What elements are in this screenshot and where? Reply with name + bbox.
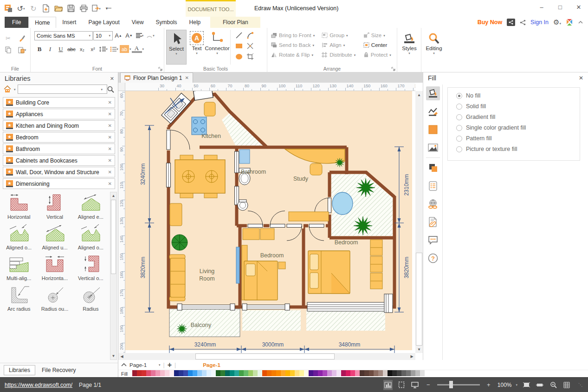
- color-swatch[interactable]: [415, 370, 420, 376]
- room-label-bedroom-1[interactable]: Bedroom: [260, 252, 284, 259]
- color-swatch[interactable]: [155, 370, 160, 376]
- document-tab-close-icon[interactable]: ✕: [185, 75, 188, 80]
- library-remove-icon[interactable]: ✕: [108, 123, 112, 128]
- settings-gear-icon[interactable]: ⚙▾: [553, 18, 561, 26]
- fill-option-gradient[interactable]: Gradient fill: [456, 114, 580, 120]
- document-tools-tab[interactable]: DOCUMENT TOO...: [186, 0, 236, 17]
- fill-tool-icon[interactable]: [426, 86, 440, 100]
- color-swatch[interactable]: [174, 370, 179, 376]
- fill-option-single-gradient[interactable]: Single color gradient fill: [456, 124, 580, 131]
- color-swatch[interactable]: [248, 370, 253, 376]
- color-swatch[interactable]: [323, 370, 327, 376]
- color-swatch[interactable]: [383, 370, 388, 376]
- arrange-dialog-launcher-icon[interactable]: [391, 67, 395, 71]
- tab-file[interactable]: File: [5, 17, 28, 28]
- library-item-bedroom[interactable]: ★Bedroom✕: [3, 132, 115, 143]
- search-icon[interactable]: [107, 86, 114, 93]
- study-bench[interactable]: [289, 212, 329, 221]
- color-swatch[interactable]: [197, 370, 202, 376]
- document-tab[interactable]: Floor Plan Design 1 ✕: [120, 72, 193, 83]
- radio-icon[interactable]: [456, 146, 462, 152]
- color-swatch[interactable]: [207, 370, 211, 376]
- line-tool-icon[interactable]: [235, 32, 243, 39]
- scroll-up-icon[interactable]: ▲: [110, 192, 116, 199]
- color-swatch[interactable]: [193, 370, 197, 376]
- font-name-select[interactable]: Comic Sans MS▾: [34, 31, 93, 40]
- editing-button[interactable]: Editing▾: [423, 31, 445, 55]
- color-swatch[interactable]: [146, 370, 151, 376]
- color-swatch[interactable]: [318, 370, 323, 376]
- color-swatch[interactable]: [132, 370, 137, 376]
- symbol-radius[interactable]: Radius: [73, 284, 109, 312]
- page-preview-icon[interactable]: [397, 380, 406, 390]
- symbol-vertical[interactable]: Vertical: [37, 192, 72, 220]
- zoom-in-button[interactable]: +: [484, 380, 493, 390]
- color-swatch[interactable]: [290, 370, 295, 376]
- library-scrollbar[interactable]: ▲ ▼: [110, 192, 117, 360]
- bathroom-sink[interactable]: [238, 200, 248, 210]
- color-swatch[interactable]: [234, 370, 239, 376]
- color-swatch[interactable]: [285, 370, 290, 376]
- library-remove-icon[interactable]: ✕: [108, 146, 112, 151]
- fit-to-window-icon[interactable]: [522, 380, 531, 390]
- tab-view[interactable]: View: [126, 17, 150, 28]
- fit-page-width-icon[interactable]: [535, 380, 544, 390]
- bold-button[interactable]: B: [34, 44, 45, 54]
- color-swatch[interactable]: [341, 370, 346, 376]
- color-swatch[interactable]: [179, 370, 183, 376]
- fill-option-solid[interactable]: Solid fill: [456, 103, 580, 110]
- symbol-aligned-2[interactable]: Aligned o...: [1, 222, 37, 250]
- room-label-bedroom-2[interactable]: Bedroom: [335, 239, 358, 246]
- color-swatch[interactable]: [304, 370, 309, 376]
- grid-toggle-icon[interactable]: [562, 380, 571, 390]
- size-button[interactable]: Size▾: [363, 31, 393, 39]
- color-swatch[interactable]: [401, 370, 406, 376]
- room-label-balcony[interactable]: Balcony: [191, 322, 212, 328]
- library-remove-icon[interactable]: ✕: [108, 135, 112, 140]
- scroll-up-icon[interactable]: ▲: [415, 91, 423, 98]
- font-color-icon[interactable]: A: [132, 45, 142, 53]
- color-swatch[interactable]: [244, 370, 248, 376]
- comment-icon[interactable]: [426, 233, 440, 247]
- cut-icon[interactable]: ✂: [3, 33, 13, 43]
- sign-in-link[interactable]: Sign In: [530, 19, 549, 26]
- tab-libraries-bottom[interactable]: Libraries: [4, 365, 35, 375]
- color-swatch[interactable]: [364, 370, 369, 376]
- color-swatch[interactable]: [299, 370, 304, 376]
- protect-button[interactable]: Protect▾: [363, 51, 393, 59]
- quick-color-icon[interactable]: [426, 123, 440, 137]
- library-remove-icon[interactable]: ✕: [108, 170, 112, 175]
- picture-icon[interactable]: [426, 141, 440, 155]
- library-item-building-core[interactable]: ★Building Core✕: [3, 97, 115, 108]
- library-remove-icon[interactable]: ✕: [108, 158, 112, 163]
- format-painter-icon[interactable]: [17, 33, 27, 43]
- scrollbar-thumb[interactable]: [195, 353, 335, 359]
- radio-icon[interactable]: [456, 125, 462, 131]
- radio-icon[interactable]: [456, 93, 462, 99]
- zoom-out-button[interactable]: −: [424, 380, 433, 390]
- help-icon[interactable]: ?: [426, 251, 440, 265]
- connector-tool-button[interactable]: Connector▾: [207, 30, 227, 65]
- group-button[interactable]: Group▾: [322, 31, 360, 39]
- room-label-living-1[interactable]: Living: [200, 268, 215, 274]
- page-dropdown[interactable]: Page-1▾: [129, 362, 161, 368]
- color-swatch[interactable]: [137, 370, 142, 376]
- text-arc-icon[interactable]: ▾: [145, 31, 155, 40]
- zoom-area-icon[interactable]: [549, 380, 558, 390]
- tab-symbols[interactable]: Symbols: [150, 17, 183, 28]
- color-swatch[interactable]: [276, 370, 281, 376]
- library-remove-icon[interactable]: ✕: [108, 111, 112, 117]
- library-remove-icon[interactable]: ✕: [108, 181, 112, 186]
- canvas-horizontal-scrollbar[interactable]: ◀ ▶: [118, 353, 415, 360]
- color-swatch[interactable]: [378, 370, 383, 376]
- library-item-kitchen-dining[interactable]: ★Kitchen and Dining Room✕: [3, 120, 115, 131]
- library-item-wall-door-window[interactable]: ★Wall, Door, Window and Structure✕: [3, 167, 115, 177]
- color-swatch[interactable]: [183, 370, 188, 376]
- color-swatch[interactable]: [239, 370, 244, 376]
- collapse-pages-icon[interactable]: [121, 363, 127, 367]
- color-swatch[interactable]: [142, 370, 146, 376]
- library-search-input[interactable]: [18, 85, 108, 94]
- superscript-button[interactable]: x²: [88, 44, 98, 54]
- page-setup-icon[interactable]: [426, 179, 440, 193]
- library-home-icon[interactable]: [4, 85, 12, 93]
